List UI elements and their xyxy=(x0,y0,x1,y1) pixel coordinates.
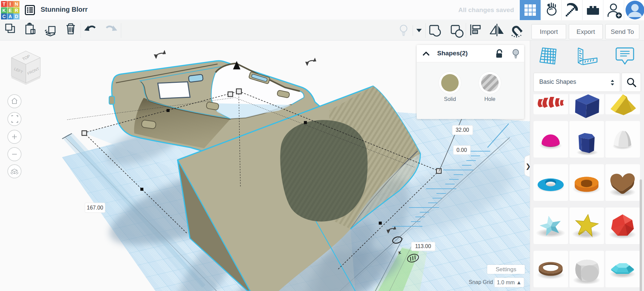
svg-text:0.00: 0.00 xyxy=(456,147,467,153)
svg-text:32.00: 32.00 xyxy=(456,127,469,133)
svg-text:❯: ❯ xyxy=(525,163,530,170)
svg-text:113.00: 113.00 xyxy=(415,243,431,249)
svg-text:167.00: 167.00 xyxy=(87,205,103,211)
